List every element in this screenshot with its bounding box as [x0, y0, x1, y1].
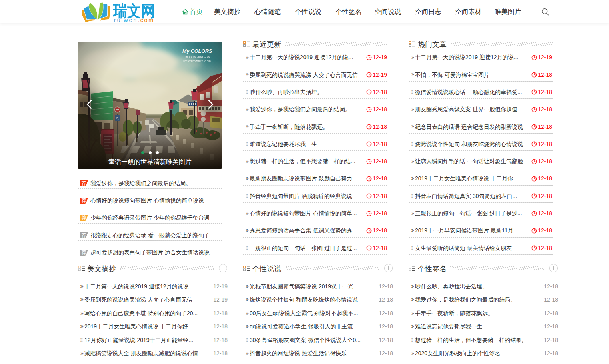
svg-text:here's no place to go .: here's no place to go . [185, 55, 212, 58]
svg-text:My COLORS: My COLORS [182, 48, 212, 54]
svg-text:There's nowhere to run: There's nowhere to run [183, 60, 211, 62]
